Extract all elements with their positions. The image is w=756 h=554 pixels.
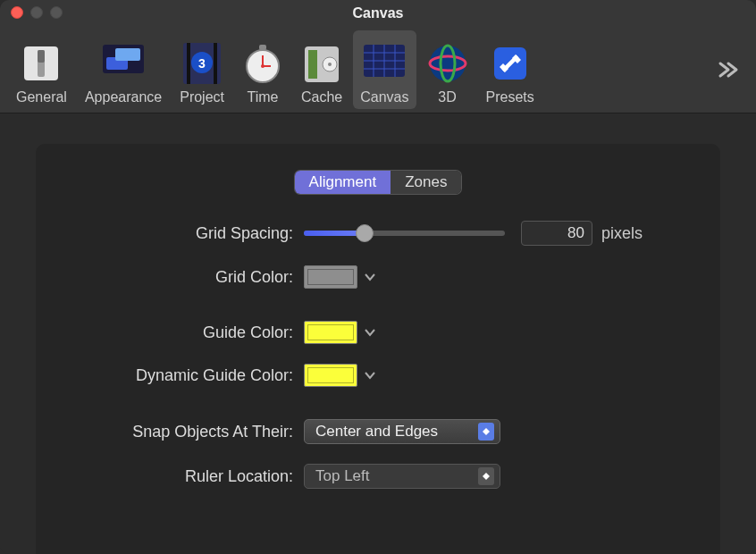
svg-rect-8	[214, 43, 217, 84]
tab-label: Cache	[301, 89, 342, 105]
popup-value: Top Left	[315, 467, 370, 485]
ruler-location-row: Ruler Location: Top Left	[63, 464, 693, 489]
grid-color-well[interactable]	[304, 265, 357, 289]
traffic-lights	[11, 6, 63, 19]
content-area: Alignment Zones Grid Spacing: 80 pixels …	[0, 113, 756, 554]
tab-zones[interactable]: Zones	[391, 171, 461, 194]
ruler-location-label: Ruler Location:	[63, 467, 304, 486]
grid-color-label: Grid Color:	[63, 268, 304, 287]
popup-arrows-icon	[478, 467, 494, 485]
chevron-down-icon[interactable]	[365, 328, 375, 337]
cache-icon	[301, 43, 342, 84]
zoom-window-button[interactable]	[50, 6, 63, 19]
tab-presets[interactable]: Presets	[479, 30, 542, 109]
tab-3d[interactable]: 3D	[420, 30, 475, 109]
preferences-window: Canvas General Appearance 3 Project Tim	[0, 0, 756, 554]
tab-cache[interactable]: Cache	[294, 30, 349, 109]
canvas-icon	[364, 43, 405, 84]
project-icon: 3	[181, 43, 223, 84]
tab-label: Time	[248, 89, 279, 105]
guide-color-label: Guide Color:	[63, 323, 304, 342]
grid-color-row: Grid Color:	[63, 265, 693, 289]
close-window-button[interactable]	[11, 6, 23, 19]
time-icon	[242, 43, 283, 84]
tab-canvas[interactable]: Canvas	[353, 30, 416, 109]
svg-point-15	[261, 64, 265, 68]
tab-time[interactable]: Time	[235, 30, 290, 109]
tab-label: Presets	[486, 89, 534, 105]
svg-point-27	[430, 46, 466, 81]
dynamic-guide-color-well[interactable]	[304, 364, 357, 387]
svg-rect-12	[259, 45, 266, 50]
dynamic-guide-color-row: Dynamic Guide Color:	[63, 364, 693, 387]
guide-color-well[interactable]	[304, 321, 357, 344]
tab-alignment[interactable]: Alignment	[295, 171, 391, 194]
tab-project[interactable]: 3 Project	[172, 30, 231, 109]
guide-color-row: Guide Color:	[63, 321, 693, 344]
settings-panel: Alignment Zones Grid Spacing: 80 pixels …	[36, 144, 720, 554]
appearance-icon	[103, 43, 144, 84]
preferences-toolbar: General Appearance 3 Project Time Cache	[0, 27, 756, 113]
subview-tabs: Alignment Zones	[295, 171, 462, 194]
tab-general[interactable]: General	[9, 30, 74, 109]
tab-label: 3D	[438, 89, 456, 105]
svg-text:3: 3	[198, 56, 206, 71]
grid-spacing-label: Grid Spacing:	[63, 224, 304, 243]
ruler-location-popup[interactable]: Top Left	[304, 464, 500, 489]
tab-label: General	[16, 89, 67, 105]
snap-objects-popup[interactable]: Center and Edges	[304, 419, 500, 444]
tab-label: Project	[180, 89, 224, 105]
grid-spacing-field[interactable]: 80	[521, 221, 592, 246]
popup-value: Center and Edges	[315, 423, 438, 441]
toolbar-overflow-button[interactable]	[717, 60, 740, 80]
svg-rect-5	[115, 48, 140, 61]
svg-rect-17	[308, 50, 317, 79]
tab-label: Canvas	[360, 89, 408, 105]
presets-icon	[490, 43, 531, 84]
svg-rect-2	[38, 50, 45, 63]
chevron-down-icon[interactable]	[365, 371, 375, 380]
titlebar: Canvas	[0, 0, 756, 27]
general-icon	[21, 43, 62, 84]
popup-arrows-icon	[478, 423, 494, 441]
tab-label: Appearance	[85, 89, 162, 105]
svg-rect-7	[187, 43, 190, 84]
snap-objects-row: Snap Objects At Their: Center and Edges	[63, 419, 693, 444]
svg-point-19	[328, 63, 332, 66]
grid-spacing-slider[interactable]	[304, 231, 505, 236]
chevron-down-icon[interactable]	[365, 273, 375, 281]
minimize-window-button[interactable]	[30, 6, 43, 19]
3d-icon	[427, 43, 468, 84]
window-title: Canvas	[0, 0, 756, 27]
dynamic-guide-color-label: Dynamic Guide Color:	[63, 366, 304, 385]
tab-appearance[interactable]: Appearance	[78, 30, 169, 109]
grid-spacing-unit: pixels	[601, 224, 643, 243]
snap-objects-label: Snap Objects At Their:	[63, 423, 304, 441]
grid-spacing-row: Grid Spacing: 80 pixels	[63, 221, 693, 246]
